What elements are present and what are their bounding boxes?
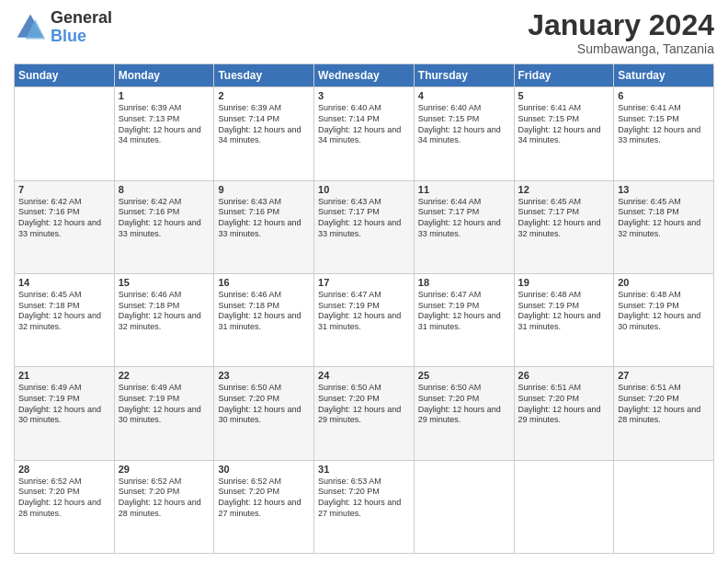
sunrise-text: Sunrise: 6:48 AM [618, 290, 681, 299]
daylight-text: Daylight: 12 hours and 33 minutes. [318, 218, 401, 238]
table-row: 29 Sunrise: 6:52 AM Sunset: 7:20 PM Dayl… [114, 460, 214, 553]
table-row: 10 Sunrise: 6:43 AM Sunset: 7:17 PM Dayl… [314, 180, 415, 273]
day-number: 31 [318, 464, 410, 475]
table-row: 20 Sunrise: 6:48 AM Sunset: 7:19 PM Dayl… [614, 273, 714, 366]
cell-info: Sunrise: 6:46 AM Sunset: 7:18 PM Dayligh… [218, 290, 310, 333]
table-row: 28 Sunrise: 6:52 AM Sunset: 7:20 PM Dayl… [15, 460, 115, 553]
sunrise-text: Sunrise: 6:49 AM [18, 383, 82, 392]
daylight-text: Daylight: 12 hours and 29 minutes. [318, 405, 401, 425]
daylight-text: Daylight: 12 hours and 34 minutes. [218, 125, 301, 145]
daylight-text: Daylight: 12 hours and 27 minutes. [318, 498, 401, 518]
daylight-text: Daylight: 12 hours and 29 minutes. [418, 405, 501, 425]
sunrise-text: Sunrise: 6:44 AM [418, 197, 482, 206]
calendar-week-row: 7 Sunrise: 6:42 AM Sunset: 7:16 PM Dayli… [15, 180, 714, 273]
day-number: 17 [318, 277, 410, 288]
cell-info: Sunrise: 6:41 AM Sunset: 7:15 PM Dayligh… [518, 103, 610, 146]
sunset-text: Sunset: 7:13 PM [119, 114, 180, 123]
day-number: 5 [518, 90, 610, 101]
cell-info: Sunrise: 6:39 AM Sunset: 7:14 PM Dayligh… [218, 103, 310, 146]
logo-blue: Blue [51, 28, 112, 46]
cell-info: Sunrise: 6:45 AM Sunset: 7:18 PM Dayligh… [618, 197, 710, 240]
table-row: 16 Sunrise: 6:46 AM Sunset: 7:18 PM Dayl… [214, 273, 314, 366]
cell-info: Sunrise: 6:44 AM Sunset: 7:17 PM Dayligh… [418, 197, 510, 240]
day-number: 8 [119, 184, 210, 195]
sunrise-text: Sunrise: 6:40 AM [318, 103, 381, 112]
cell-info: Sunrise: 6:50 AM Sunset: 7:20 PM Dayligh… [318, 383, 410, 426]
day-number: 15 [119, 277, 210, 288]
table-row [614, 460, 714, 553]
day-number: 29 [119, 464, 210, 475]
daylight-text: Daylight: 12 hours and 27 minutes. [218, 498, 301, 518]
day-number: 21 [18, 370, 110, 381]
sunset-text: Sunset: 7:15 PM [618, 114, 679, 123]
day-number: 22 [119, 370, 210, 381]
daylight-text: Daylight: 12 hours and 30 minutes. [18, 405, 101, 425]
sunrise-text: Sunrise: 6:50 AM [418, 383, 482, 392]
page: General Blue January 2024 Sumbawanga, Ta… [0, 0, 728, 563]
table-row: 31 Sunrise: 6:53 AM Sunset: 7:20 PM Dayl… [314, 460, 415, 553]
sunset-text: Sunset: 7:16 PM [218, 207, 279, 216]
day-number: 3 [318, 90, 410, 101]
col-tuesday: Tuesday [214, 64, 314, 87]
sunrise-text: Sunrise: 6:45 AM [518, 197, 582, 206]
table-row: 15 Sunrise: 6:46 AM Sunset: 7:18 PM Dayl… [114, 273, 214, 366]
day-number: 4 [418, 90, 510, 101]
cell-info: Sunrise: 6:40 AM Sunset: 7:14 PM Dayligh… [318, 103, 410, 146]
sunset-text: Sunset: 7:17 PM [418, 207, 480, 216]
sunrise-text: Sunrise: 6:40 AM [418, 103, 482, 112]
table-row: 11 Sunrise: 6:44 AM Sunset: 7:17 PM Dayl… [414, 180, 514, 273]
sunrise-text: Sunrise: 6:43 AM [218, 197, 281, 206]
sunrise-text: Sunrise: 6:46 AM [119, 290, 182, 299]
cell-info: Sunrise: 6:53 AM Sunset: 7:20 PM Dayligh… [318, 477, 410, 520]
daylight-text: Daylight: 12 hours and 32 minutes. [618, 218, 700, 238]
sunset-text: Sunset: 7:20 PM [18, 487, 80, 496]
sunrise-text: Sunrise: 6:39 AM [119, 103, 182, 112]
sunset-text: Sunset: 7:20 PM [218, 394, 279, 403]
day-number: 30 [218, 464, 310, 475]
sunset-text: Sunset: 7:19 PM [318, 301, 380, 310]
day-number: 27 [618, 370, 710, 381]
sunset-text: Sunset: 7:20 PM [518, 394, 580, 403]
daylight-text: Daylight: 12 hours and 30 minutes. [218, 405, 301, 425]
day-number: 13 [618, 184, 710, 195]
day-number: 6 [618, 90, 710, 101]
cell-info: Sunrise: 6:49 AM Sunset: 7:19 PM Dayligh… [119, 383, 210, 426]
cell-info: Sunrise: 6:52 AM Sunset: 7:20 PM Dayligh… [18, 477, 110, 520]
sunset-text: Sunset: 7:18 PM [618, 207, 679, 216]
cell-info: Sunrise: 6:50 AM Sunset: 7:20 PM Dayligh… [418, 383, 510, 426]
day-number: 9 [218, 184, 310, 195]
sunset-text: Sunset: 7:16 PM [119, 207, 180, 216]
day-number: 2 [218, 90, 310, 101]
sunset-text: Sunset: 7:18 PM [18, 301, 80, 310]
daylight-text: Daylight: 12 hours and 33 minutes. [119, 218, 201, 238]
col-saturday: Saturday [614, 64, 714, 87]
sunset-text: Sunset: 7:17 PM [318, 207, 380, 216]
sunset-text: Sunset: 7:20 PM [318, 394, 380, 403]
header: General Blue January 2024 Sumbawanga, Ta… [14, 9, 714, 56]
daylight-text: Daylight: 12 hours and 32 minutes. [518, 218, 601, 238]
cell-info: Sunrise: 6:46 AM Sunset: 7:18 PM Dayligh… [119, 290, 210, 333]
daylight-text: Daylight: 12 hours and 34 minutes. [119, 125, 201, 145]
logo-text: General Blue [51, 9, 112, 46]
sunrise-text: Sunrise: 6:46 AM [218, 290, 281, 299]
cell-info: Sunrise: 6:48 AM Sunset: 7:19 PM Dayligh… [618, 290, 710, 333]
sunset-text: Sunset: 7:19 PM [119, 394, 180, 403]
daylight-text: Daylight: 12 hours and 28 minutes. [119, 498, 201, 518]
sunrise-text: Sunrise: 6:52 AM [18, 477, 82, 486]
sunrise-text: Sunrise: 6:43 AM [318, 197, 381, 206]
day-number: 28 [18, 464, 110, 475]
table-row: 18 Sunrise: 6:47 AM Sunset: 7:19 PM Dayl… [414, 273, 514, 366]
cell-info: Sunrise: 6:52 AM Sunset: 7:20 PM Dayligh… [218, 477, 310, 520]
col-monday: Monday [114, 64, 214, 87]
daylight-text: Daylight: 12 hours and 32 minutes. [18, 311, 101, 331]
sunset-text: Sunset: 7:19 PM [18, 394, 80, 403]
table-row [514, 460, 614, 553]
calendar-week-row: 1 Sunrise: 6:39 AM Sunset: 7:13 PM Dayli… [15, 87, 714, 180]
sunrise-text: Sunrise: 6:52 AM [119, 477, 182, 486]
cell-info: Sunrise: 6:43 AM Sunset: 7:16 PM Dayligh… [218, 197, 310, 240]
table-row: 14 Sunrise: 6:45 AM Sunset: 7:18 PM Dayl… [15, 273, 115, 366]
cell-info: Sunrise: 6:49 AM Sunset: 7:19 PM Dayligh… [18, 383, 110, 426]
sunrise-text: Sunrise: 6:50 AM [318, 383, 381, 392]
sunrise-text: Sunrise: 6:47 AM [418, 290, 482, 299]
cell-info: Sunrise: 6:42 AM Sunset: 7:16 PM Dayligh… [18, 197, 110, 240]
